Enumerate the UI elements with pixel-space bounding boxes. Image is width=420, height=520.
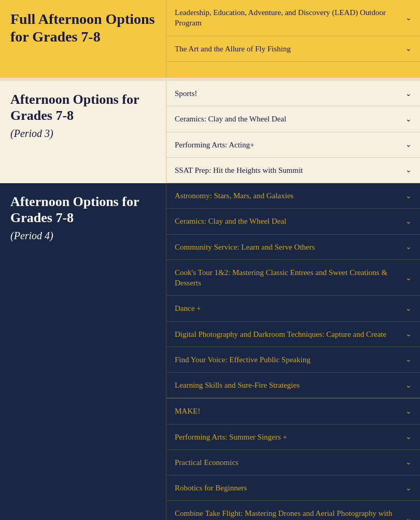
chevron-down-icon: ⌄: [405, 514, 412, 520]
navy-option-item[interactable]: Performing Arts: Summer Singers + ⌄: [166, 425, 420, 450]
chevron-down-icon: ⌄: [405, 407, 412, 416]
navy-title: Afternoon Options for Grades 7-8: [10, 194, 156, 226]
chevron-down-icon: ⌄: [405, 166, 412, 174]
navy-option-item[interactable]: Community Service: Learn and Serve Other…: [166, 235, 420, 260]
chevron-down-icon: ⌄: [405, 140, 412, 149]
navy-option-item[interactable]: Learning Skills and Sure-Fire Strategies…: [166, 373, 420, 398]
yellow-option-item[interactable]: Leadership, Education, Adventure, and Di…: [166, 0, 420, 36]
option-label: Learning Skills and Sure-Fire Strategies: [175, 380, 405, 390]
yellow-option-item[interactable]: The Art and the Allure of Fly Fishing ⌄: [166, 36, 420, 62]
chevron-down-icon: ⌄: [405, 355, 412, 364]
option-label: Robotics for Beginners: [175, 483, 405, 493]
chevron-down-icon: ⌄: [405, 381, 412, 390]
option-label: Combine Take Flight: Mastering Drones an…: [175, 508, 405, 520]
chevron-down-icon: ⌄: [405, 330, 412, 338]
period4-section: Afternoon Options for Grades 7-8 (Period…: [0, 183, 420, 520]
option-label: Find Your Voice: Effective Public Speaki…: [175, 354, 405, 365]
chevron-down-icon: ⌄: [405, 191, 412, 200]
navy-option-item[interactable]: MAKE! ⌄: [166, 398, 420, 424]
cream-option-item[interactable]: Ceramics: Clay and the Wheel Deal ⌄: [166, 106, 420, 132]
chevron-down-icon: ⌄: [405, 484, 412, 492]
option-label: MAKE!: [175, 406, 405, 416]
navy-option-item[interactable]: Find Your Voice: Effective Public Speaki…: [166, 347, 420, 373]
option-label: Performing Arts: Summer Singers +: [175, 432, 405, 442]
chevron-down-icon: ⌄: [405, 115, 412, 124]
navy-option-item[interactable]: Cook's Tour 1&2: Mastering Classic Entre…: [166, 260, 420, 296]
navy-option-item[interactable]: Astronomy: Stars, Mars, and Galaxies ⌄: [166, 183, 420, 209]
option-label: Sports!: [175, 88, 405, 99]
option-label: Ceramics: Clay and the Wheel Deal: [175, 114, 405, 124]
option-label: Ceramics: Clay and the Wheel Deal: [175, 216, 405, 226]
chevron-down-icon: ⌄: [405, 304, 412, 313]
cream-title: Afternoon Options for Grades 7-8: [10, 91, 156, 124]
option-label: Leadership, Education, Adventure, and Di…: [175, 7, 405, 29]
cream-period: (Period 3): [10, 128, 156, 140]
chevron-down-icon: ⌄: [405, 44, 412, 53]
yellow-left-col: Full Afternoon Options for Grades 7-8: [0, 0, 166, 78]
full-afternoon-section: Full Afternoon Options for Grades 7-8 Le…: [0, 0, 420, 78]
yellow-options-list: Leadership, Education, Adventure, and Di…: [166, 0, 420, 78]
navy-option-item[interactable]: Combine Take Flight: Mastering Drones an…: [166, 501, 420, 520]
chevron-down-icon: ⌄: [405, 242, 412, 251]
yellow-title: Full Afternoon Options for Grades 7-8: [10, 10, 156, 45]
option-label: Dance +: [175, 303, 405, 313]
chevron-down-icon: ⌄: [405, 89, 412, 98]
option-label: The Art and the Allure of Fly Fishing: [175, 44, 405, 54]
chevron-down-icon: ⌄: [405, 217, 412, 226]
cream-left-col: Afternoon Options for Grades 7-8 (Period…: [0, 81, 166, 183]
cream-options-list: Sports! ⌄ Ceramics: Clay and the Wheel D…: [166, 81, 420, 183]
navy-option-item[interactable]: Robotics for Beginners ⌄: [166, 475, 420, 501]
option-label: Practical Economics: [175, 457, 405, 468]
period3-section: Afternoon Options for Grades 7-8 (Period…: [0, 78, 420, 183]
option-label: Performing Arts: Acting+: [175, 140, 405, 150]
option-label: SSAT Prep: Hit the Heights with Summit: [175, 165, 405, 175]
navy-options-list: Astronomy: Stars, Mars, and Galaxies ⌄ C…: [166, 183, 420, 520]
option-label: Cook's Tour 1&2: Mastering Classic Entre…: [175, 267, 405, 289]
navy-option-item[interactable]: Practical Economics ⌄: [166, 450, 420, 475]
option-label: Digital Photography and Darkroom Techniq…: [175, 329, 405, 339]
chevron-down-icon: ⌄: [405, 273, 412, 282]
chevron-down-icon: ⌄: [405, 13, 412, 22]
navy-left-col: Afternoon Options for Grades 7-8 (Period…: [0, 183, 166, 520]
navy-period: (Period 4): [10, 230, 156, 242]
navy-option-item[interactable]: Ceramics: Clay and the Wheel Deal ⌄: [166, 209, 420, 234]
navy-option-item[interactable]: Digital Photography and Darkroom Techniq…: [166, 322, 420, 347]
cream-option-item[interactable]: SSAT Prep: Hit the Heights with Summit ⌄: [166, 158, 420, 183]
navy-option-item[interactable]: Dance + ⌄: [166, 296, 420, 321]
chevron-down-icon: ⌄: [405, 432, 412, 441]
option-label: Astronomy: Stars, Mars, and Galaxies: [175, 190, 405, 201]
option-label: Community Service: Learn and Serve Other…: [175, 242, 405, 252]
chevron-down-icon: ⌄: [405, 458, 412, 467]
cream-option-item[interactable]: Sports! ⌄: [166, 81, 420, 106]
cream-option-item[interactable]: Performing Arts: Acting+ ⌄: [166, 132, 420, 158]
